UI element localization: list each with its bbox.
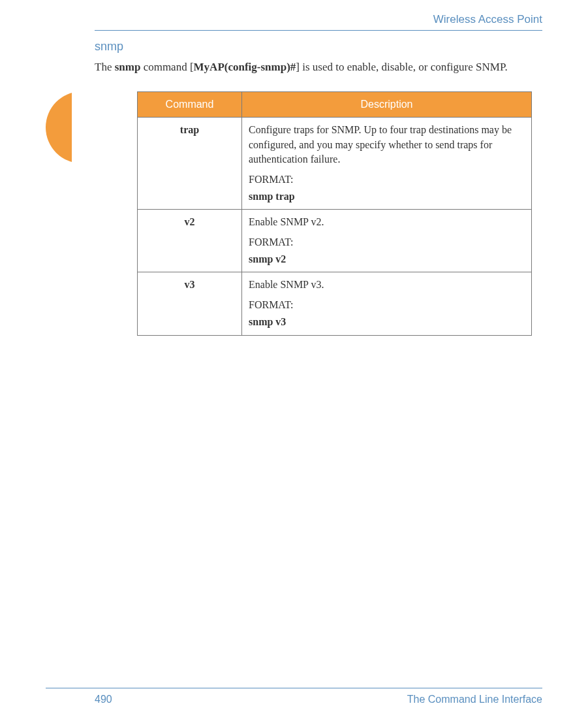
cell-command: v3 (138, 272, 242, 335)
intro-mid: command [ (140, 61, 193, 73)
format-command: snmp trap (249, 189, 525, 204)
command-table-container: Command Description trap Configure traps… (137, 91, 532, 335)
running-header: Wireless Access Point (95, 13, 542, 31)
col-header-command: Command (138, 92, 242, 118)
cell-command: trap (138, 118, 242, 210)
table-row: v2 Enable SNMP v2. FORMAT: snmp v2 (138, 210, 532, 272)
format-command: snmp v2 (249, 252, 525, 266)
table-header-row: Command Description (138, 92, 532, 118)
page-number: 490 (95, 694, 112, 705)
intro-paragraph: The snmp command [MyAP(config-snmp)#] is… (95, 59, 542, 76)
table-row: v3 Enable SNMP v3. FORMAT: snmp v3 (138, 272, 532, 335)
intro-prompt: MyAP(config-snmp)# (194, 61, 296, 73)
cell-description: Enable SNMP v2. FORMAT: snmp v2 (242, 210, 532, 272)
intro-post: ] is used to enable, disable, or configu… (296, 61, 507, 73)
desc-text: Enable SNMP v2. (249, 215, 525, 229)
format-label: FORMAT: (249, 235, 525, 250)
cell-description: Enable SNMP v3. FORMAT: snmp v3 (242, 272, 532, 335)
format-label: FORMAT: (249, 298, 525, 312)
page-footer: 490 The Command Line Interface (46, 688, 542, 705)
cell-description: Configure traps for SNMP. Up to four tra… (242, 118, 532, 210)
desc-text: Configure traps for SNMP. Up to four tra… (249, 123, 525, 167)
intro-cmd: snmp (115, 61, 141, 73)
header-title: Wireless Access Point (433, 13, 542, 25)
command-table: Command Description trap Configure traps… (137, 91, 532, 335)
page-container: Wireless Access Point snmp The snmp comm… (0, 0, 588, 725)
col-header-description: Description (242, 92, 532, 118)
side-tab-decoration (46, 91, 117, 163)
intro-pre: The (95, 61, 115, 73)
section-heading: snmp (95, 40, 542, 54)
footer-section-name: The Command Line Interface (407, 694, 542, 705)
table-row: trap Configure traps for SNMP. Up to fou… (138, 118, 532, 210)
cell-command: v2 (138, 210, 242, 272)
desc-text: Enable SNMP v3. (249, 278, 525, 292)
format-command: snmp v3 (249, 315, 525, 329)
format-label: FORMAT: (249, 172, 525, 187)
